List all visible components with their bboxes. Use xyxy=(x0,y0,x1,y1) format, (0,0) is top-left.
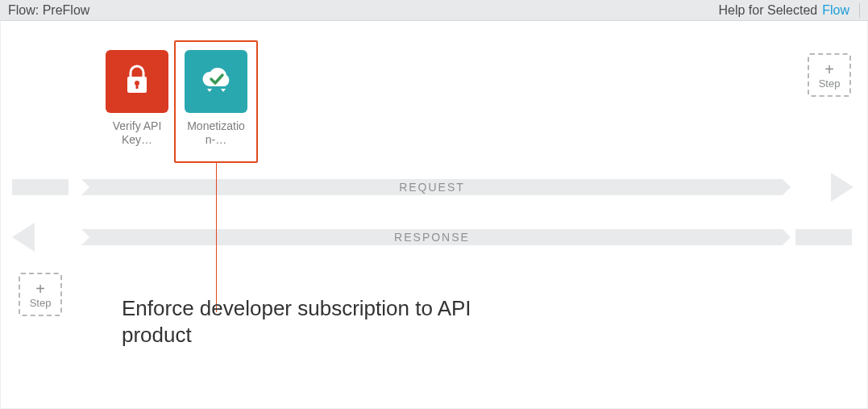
help-for-selected-label: Help for Selected xyxy=(718,3,817,18)
add-step-label: Step xyxy=(819,77,841,90)
flow-canvas: Verify API Key… Monetization-… + Step + … xyxy=(0,21,868,409)
response-label: RESPONSE xyxy=(394,231,470,244)
flow-header: Flow: PreFlow Help for Selected Flow xyxy=(0,0,868,21)
header-divider xyxy=(859,3,860,18)
add-step-response-button[interactable]: + Step xyxy=(19,273,62,316)
cloud-check-icon xyxy=(197,61,235,102)
plus-icon: + xyxy=(824,61,834,77)
callout-annotation: Enforce developer subscription to API pr… xyxy=(122,295,541,348)
policy-label: Verify API Key… xyxy=(106,119,168,147)
plus-icon: + xyxy=(35,281,45,297)
policy-tile[interactable] xyxy=(106,50,168,113)
request-label: REQUEST xyxy=(399,181,465,194)
add-step-request-button[interactable]: + Step xyxy=(808,53,851,97)
policy-label: Monetization-… xyxy=(185,119,247,147)
lock-icon xyxy=(118,61,156,102)
response-arrow-icon xyxy=(12,223,35,252)
policy-tile[interactable] xyxy=(185,50,247,113)
svg-rect-2 xyxy=(136,84,139,89)
request-arrow-icon xyxy=(831,173,853,202)
request-flow-bar: REQUEST xyxy=(81,179,783,195)
add-step-label: Step xyxy=(30,297,52,309)
flow-title: Flow: PreFlow xyxy=(8,3,89,18)
policy-monetization[interactable]: Monetization-… xyxy=(185,50,247,147)
response-stub-right xyxy=(795,229,852,245)
response-flow-bar: RESPONSE xyxy=(81,229,783,245)
flow-link[interactable]: Flow xyxy=(822,3,849,18)
request-stub-left xyxy=(12,179,69,195)
policy-verify-api-key[interactable]: Verify API Key… xyxy=(106,50,168,147)
